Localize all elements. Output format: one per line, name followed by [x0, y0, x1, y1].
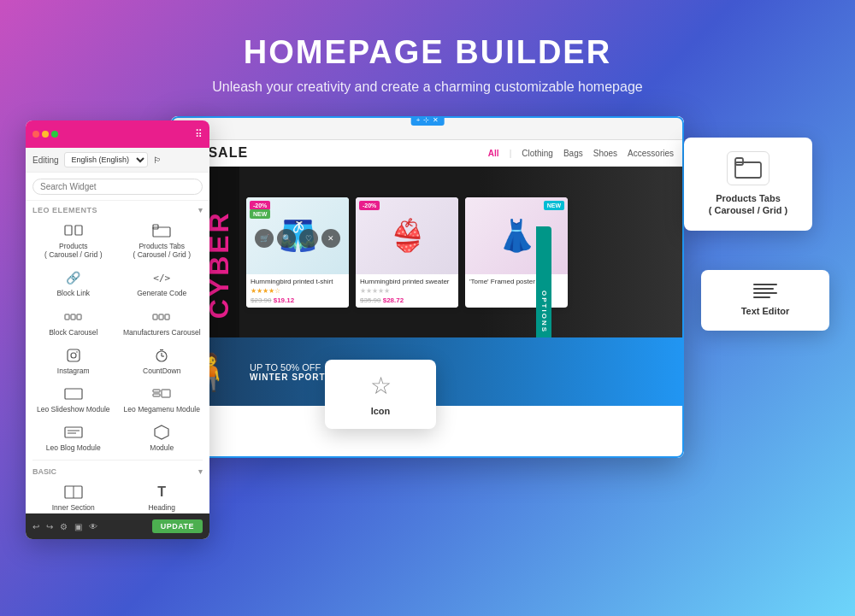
product-price-2: $35.90 $28.72 — [360, 296, 454, 304]
product-name-2: Hummingbird printed sweater — [360, 278, 454, 285]
undo-icon[interactable]: ↩ — [32, 522, 39, 531]
manufacturers-carousel-icon — [150, 308, 173, 326]
widget-instagram-label: Instagram — [57, 367, 90, 375]
basic-section-title: BASIC ▾ — [26, 463, 209, 478]
minimize-dot — [42, 131, 49, 138]
teal-options-edge: OPTIONS — [536, 226, 551, 337]
widget-manufacturers-carousel[interactable]: Manufacturers Carousel — [118, 303, 207, 342]
text-editor-lines-icon — [753, 284, 777, 298]
product-stars-2: ★★★★★ — [360, 287, 454, 295]
product-discount-badge-1: -20% — [250, 201, 270, 210]
page-title: HOMEPAGE BUILDER — [17, 34, 838, 71]
widget-block-carousel-label: Block Carousel — [49, 328, 97, 337]
window-controls — [32, 131, 58, 138]
widget-generate-code[interactable]: </> Generate Code — [118, 264, 207, 302]
widget-leo-megamenu-label: Leo Megamenu Module — [124, 405, 200, 414]
widget-countdown[interactable]: CountDown — [118, 342, 207, 380]
widget-leo-slideshow[interactable]: Leo Slideshow Module — [29, 380, 118, 419]
search-btn-1[interactable]: 🔍 — [277, 229, 296, 248]
widget-leo-blog[interactable]: Leo Blog Module — [29, 419, 118, 457]
products-row: -20% NEW 🩳 🛒 🔍 ♡ ✕ Hummingbird printed t… — [239, 191, 684, 314]
editing-label: Editing — [32, 155, 59, 165]
svg-point-11 — [71, 353, 76, 358]
widget-leo-blog-label: Leo Blog Module — [46, 443, 101, 452]
main-content: ⠿ Editing English (English) 🏳 LEO ELEMEN… — [0, 112, 855, 573]
page-header: HOMEPAGE BUILDER Unleash your creativity… — [0, 0, 855, 112]
update-button[interactable]: UPDATE — [152, 519, 203, 533]
widget-block-link-label: Block Link — [56, 289, 90, 297]
product-discount-badge-2: -20% — [359, 201, 380, 210]
popup-products-tabs: Products Tabs( Carousel / Grid ) — [684, 138, 812, 231]
search-bar — [26, 173, 209, 201]
product-info-1: Hummingbird printed t-shirt ★★★★☆ $23.90… — [246, 274, 349, 308]
popup-text-editor-title: Text Editor — [741, 305, 790, 317]
flag-icon: 🏳 — [153, 155, 162, 165]
chevron-basic-icon: ▾ — [198, 467, 203, 476]
svg-rect-8 — [159, 314, 163, 320]
toolbar-icons: ↩ ↪ ⚙ ▣ 👁 — [32, 522, 97, 531]
preview-icon[interactable]: 👁 — [89, 522, 97, 531]
compare-btn-1[interactable]: ✕ — [321, 229, 340, 248]
layout-icon[interactable]: ▣ — [74, 522, 82, 531]
maximize-dot — [51, 131, 58, 138]
sidebar-bottom-toolbar: ↩ ↪ ⚙ ▣ 👁 UPDATE — [26, 513, 209, 539]
lang-select[interactable]: English (English) — [64, 152, 148, 167]
product-info-2: Hummingbird printed sweater ★★★★★ $35.90… — [356, 274, 458, 308]
chevron-icon: ▾ — [198, 206, 203, 214]
sidebar-panel: ⠿ Editing English (English) 🏳 LEO ELEMEN… — [26, 120, 209, 539]
widget-instagram[interactable]: Instagram — [29, 342, 118, 380]
widget-block-carousel[interactable]: Block Carousel — [29, 303, 118, 342]
svg-marker-24 — [155, 425, 168, 439]
svg-point-12 — [76, 351, 78, 353]
svg-rect-21 — [65, 427, 82, 437]
settings-icon[interactable]: ⚙ — [60, 522, 68, 531]
widget-leo-megamenu[interactable]: Leo Megamenu Module — [118, 380, 207, 419]
svg-rect-5 — [71, 314, 75, 320]
svg-rect-17 — [65, 389, 82, 399]
leo-widget-grid: Products( Carousel / Grid ) Products Tab… — [26, 217, 209, 457]
generate-code-icon: </> — [150, 269, 173, 286]
widget-products-label: Products( Carousel / Grid ) — [44, 242, 103, 259]
popup-products-tabs-title: Products Tabs( Carousel / Grid ) — [709, 192, 787, 217]
widget-countdown-label: CountDown — [143, 367, 180, 375]
widget-block-link[interactable]: 🔗 Block Link — [29, 264, 118, 302]
svg-rect-19 — [153, 394, 160, 396]
nav-accessories[interactable]: Accessories — [628, 149, 674, 158]
grid-icon: ⠿ — [195, 128, 203, 140]
widget-products[interactable]: Products( Carousel / Grid ) — [29, 217, 118, 264]
widget-module[interactable]: Module — [118, 419, 207, 457]
inner-section-icon — [62, 484, 85, 501]
popup-icon-card: ☆ Icon — [325, 360, 436, 429]
instagram-icon — [62, 347, 85, 364]
product-stars-1: ★★★★☆ — [251, 287, 345, 295]
svg-rect-18 — [153, 390, 160, 392]
module-icon — [150, 424, 173, 441]
search-input[interactable] — [32, 179, 203, 195]
block-carousel-icon — [62, 308, 85, 326]
widget-products-tabs[interactable]: Products Tabs( Carousel / Grid ) — [118, 217, 207, 264]
countdown-icon — [150, 347, 173, 364]
product-new-badge-1: NEW — [250, 209, 270, 219]
browser-header — [171, 116, 684, 140]
section-divider — [32, 460, 203, 461]
products-icon — [62, 222, 85, 239]
nav-all[interactable]: All — [488, 149, 499, 158]
popup-products-tabs-icon — [727, 151, 770, 185]
widget-products-tabs-label: Products Tabs( Carousel / Grid ) — [133, 242, 191, 259]
nav-clothing[interactable]: Clothing — [522, 149, 553, 158]
nav-bags[interactable]: Bags — [563, 149, 583, 158]
product-card-1: -20% NEW 🩳 🛒 🔍 ♡ ✕ Hummingbird printed t… — [246, 197, 349, 308]
wishlist-btn-1[interactable]: ♡ — [299, 229, 318, 248]
svg-rect-9 — [165, 314, 169, 320]
shop-nav: All | Clothing Bags Shoes Accessories — [488, 149, 674, 158]
popup-icon-title: Icon — [371, 405, 391, 417]
heading-icon: T — [150, 484, 173, 501]
nav-shoes[interactable]: Shoes — [593, 149, 617, 158]
cart-btn-1[interactable]: 🛒 — [255, 229, 274, 248]
widget-inner-section[interactable]: Inner Section — [29, 478, 118, 517]
redo-icon[interactable]: ↪ — [46, 522, 53, 531]
svg-rect-6 — [77, 314, 81, 320]
widget-generate-code-label: Generate Code — [137, 289, 186, 297]
widget-heading[interactable]: T Heading — [118, 478, 207, 517]
product-card-3: NEW 👗 'Tome' Framed poster — [465, 197, 568, 308]
